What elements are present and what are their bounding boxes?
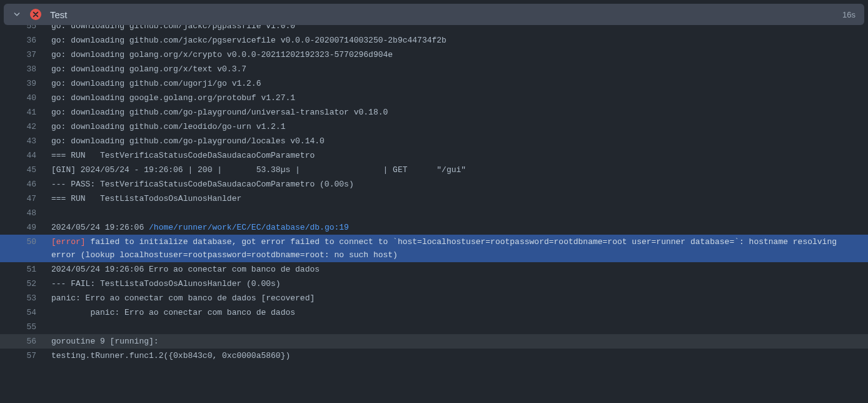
log-content: --- FAIL: TestListaTodosOsAlunosHanlder … bbox=[45, 277, 868, 290]
line-number[interactable]: 51 bbox=[0, 263, 45, 276]
log-section-header[interactable]: Test 16s bbox=[4, 4, 864, 25]
line-number[interactable]: 55 bbox=[0, 25, 45, 33]
log-content: go: downloading golang.org/x/crypto v0.0… bbox=[45, 48, 868, 61]
log-line[interactable]: 512024/05/24 19:26:06 Erro ao conectar c… bbox=[0, 262, 868, 277]
line-number[interactable]: 53 bbox=[0, 292, 45, 305]
log-line[interactable]: 47=== RUN TestListaTodosOsAlunosHanlder bbox=[0, 191, 868, 206]
line-number[interactable]: 39 bbox=[0, 77, 45, 90]
log-line[interactable]: 56goroutine 9 [running]: bbox=[0, 334, 868, 349]
error-tag: [error] bbox=[51, 237, 86, 247]
log-content: go: downloading google.golang.org/protob… bbox=[45, 91, 868, 105]
line-number[interactable]: 48 bbox=[0, 207, 45, 220]
line-number[interactable]: 45 bbox=[0, 163, 45, 176]
log-line[interactable]: 45[GIN] 2024/05/24 - 19:26:06 | 200 | 53… bbox=[0, 163, 868, 177]
log-line[interactable]: 50[error] failed to initialize database,… bbox=[0, 235, 868, 262]
log-line[interactable]: 48 bbox=[0, 206, 868, 220]
log-content: 2024/05/24 19:26:06 Erro ao conectar com… bbox=[45, 263, 868, 276]
log-content: 2024/05/24 19:26:06 /home/runner/work/EC… bbox=[45, 221, 868, 234]
line-number[interactable]: 42 bbox=[0, 120, 45, 133]
line-number[interactable]: 50 bbox=[0, 235, 45, 262]
line-number[interactable]: 56 bbox=[0, 335, 45, 348]
section-duration: 16s bbox=[842, 10, 855, 19]
line-number[interactable]: 52 bbox=[0, 277, 45, 290]
log-line[interactable]: 37go: downloading golang.org/x/crypto v0… bbox=[0, 48, 868, 62]
log-line[interactable]: 38go: downloading golang.org/x/text v0.3… bbox=[0, 62, 868, 76]
file-path-link[interactable]: /home/runner/work/EC/EC/database/db.go:1… bbox=[149, 223, 349, 232]
log-content: go: downloading github.com/leodido/go-ur… bbox=[45, 120, 868, 133]
line-number[interactable]: 47 bbox=[0, 192, 45, 205]
log-content: go: downloading github.com/go-playground… bbox=[45, 106, 868, 119]
log-line[interactable]: 55 bbox=[0, 320, 868, 334]
log-line[interactable]: 57testing.tRunner.func1.2({0xb843c0, 0xc… bbox=[0, 349, 868, 363]
log-content: testing.tRunner.func1.2({0xb843c0, 0xc00… bbox=[45, 349, 868, 362]
log-line[interactable]: 44=== RUN TestVerificaStatusCodeDaSaudac… bbox=[0, 148, 868, 163]
line-number[interactable]: 38 bbox=[0, 63, 45, 76]
log-content bbox=[45, 207, 868, 220]
log-content: === RUN TestVerificaStatusCodeDaSaudacao… bbox=[45, 149, 868, 162]
line-number[interactable]: 49 bbox=[0, 221, 45, 234]
line-number[interactable]: 44 bbox=[0, 149, 45, 162]
log-line[interactable]: 46--- PASS: TestVerificaStatusCodeDaSaud… bbox=[0, 177, 868, 191]
status-fail-icon bbox=[30, 9, 41, 20]
line-number[interactable]: 43 bbox=[0, 135, 45, 148]
line-number[interactable]: 57 bbox=[0, 349, 45, 362]
log-content: go: downloading github.com/go-playground… bbox=[45, 135, 868, 148]
log-line[interactable]: 41go: downloading github.com/go-playgrou… bbox=[0, 105, 868, 120]
log-content: --- PASS: TestVerificaStatusCodeDaSaudac… bbox=[45, 178, 868, 191]
log-line[interactable]: 492024/05/24 19:26:06 /home/runner/work/… bbox=[0, 220, 868, 235]
line-number[interactable]: 41 bbox=[0, 106, 45, 119]
log-content: go: downloading github.com/jackc/pgpassf… bbox=[45, 25, 868, 33]
log-line[interactable]: 42go: downloading github.com/leodido/go-… bbox=[0, 120, 868, 134]
log-content: [error] failed to initialize database, g… bbox=[45, 235, 868, 262]
log-content: panic: Erro ao conectar com banco de dad… bbox=[45, 306, 868, 319]
line-number[interactable]: 55 bbox=[0, 320, 45, 334]
log-content bbox=[45, 320, 868, 334]
log-line[interactable]: 39go: downloading github.com/ugorji/go v… bbox=[0, 76, 868, 91]
log-line[interactable]: 55go: downloading github.com/jackc/pgpas… bbox=[0, 25, 868, 33]
log-content: go: downloading github.com/jackc/pgservi… bbox=[45, 34, 868, 47]
log-line[interactable]: 53panic: Erro ao conectar com banco de d… bbox=[0, 291, 868, 305]
line-number[interactable]: 54 bbox=[0, 306, 45, 319]
log-content: go: downloading github.com/ugorji/go v1.… bbox=[45, 77, 868, 90]
log-content: goroutine 9 [running]: bbox=[45, 335, 868, 348]
collapse-chevron-icon[interactable] bbox=[13, 10, 21, 19]
line-number[interactable]: 36 bbox=[0, 34, 45, 47]
section-title: Test bbox=[50, 9, 842, 20]
line-number[interactable]: 46 bbox=[0, 178, 45, 191]
log-content: [GIN] 2024/05/24 - 19:26:06 | 200 | 53.3… bbox=[45, 163, 868, 176]
line-number[interactable]: 40 bbox=[0, 91, 45, 105]
log-content: === RUN TestListaTodosOsAlunosHanlder bbox=[45, 192, 868, 205]
log-content: go: downloading golang.org/x/text v0.3.7 bbox=[45, 63, 868, 76]
log-line[interactable]: 54 panic: Erro ao conectar com banco de … bbox=[0, 305, 868, 320]
log-line[interactable]: 40go: downloading google.golang.org/prot… bbox=[0, 91, 868, 105]
log-output[interactable]: 55go: downloading github.com/jackc/pgpas… bbox=[0, 25, 868, 363]
log-line[interactable]: 43go: downloading github.com/go-playgrou… bbox=[0, 134, 868, 148]
log-line[interactable]: 52--- FAIL: TestListaTodosOsAlunosHanlde… bbox=[0, 277, 868, 291]
line-number[interactable]: 37 bbox=[0, 48, 45, 61]
log-content: panic: Erro ao conectar com banco de dad… bbox=[45, 292, 868, 305]
log-line[interactable]: 36go: downloading github.com/jackc/pgser… bbox=[0, 33, 868, 48]
